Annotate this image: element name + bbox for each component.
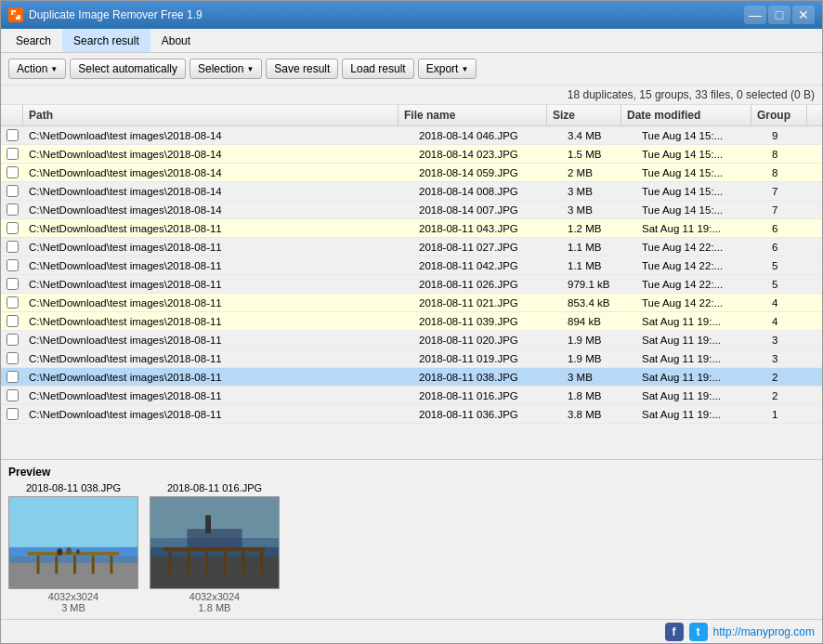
window-title: Duplicate Image Remover Free 1.9 (29, 8, 744, 21)
status-summary: 18 duplicates, 15 groups, 33 files, 0 se… (1, 85, 822, 105)
row-filename: 2018-08-11 019.JPG (413, 351, 562, 366)
row-size: 1.1 MB (562, 258, 636, 273)
row-checkbox[interactable] (7, 259, 19, 271)
svg-rect-8 (37, 556, 40, 574)
row-size: 1.9 MB (562, 333, 636, 348)
row-date: Sat Aug 11 19:... (636, 333, 766, 348)
preview-item: 2018-08-11 038.JPG 4032x30243 MB (8, 482, 138, 613)
table-row[interactable]: C:\NetDownload\test images\2018-08-14201… (1, 201, 822, 219)
preview-image (8, 496, 138, 589)
export-dropdown-arrow: ▼ (461, 65, 468, 73)
row-path: C:\NetDownload\test images\2018-08-11 (23, 407, 413, 422)
table-row[interactable]: C:\NetDownload\test images\2018-08-11201… (1, 387, 822, 405)
svg-rect-20 (164, 547, 265, 551)
row-checkbox[interactable] (7, 129, 19, 141)
row-checkbox[interactable] (7, 334, 19, 346)
website-link[interactable]: http://manyprog.com (713, 625, 815, 638)
table-row[interactable]: C:\NetDownload\test images\2018-08-11201… (1, 349, 822, 368)
row-checkbox-cell (1, 257, 23, 273)
table-row[interactable]: C:\NetDownload\test images\2018-08-14201… (1, 145, 822, 164)
preview-image (150, 496, 280, 589)
preview-item-size: 3 MB (61, 602, 85, 613)
row-path: C:\NetDownload\test images\2018-08-11 (23, 370, 413, 385)
row-checkbox[interactable] (7, 296, 19, 309)
action-button[interactable]: Action ▼ (8, 59, 66, 79)
row-checkbox[interactable] (7, 315, 19, 327)
menu-search[interactable]: Search (5, 29, 62, 52)
row-checkbox[interactable] (7, 408, 19, 420)
row-filename: 2018-08-14 059.JPG (413, 165, 562, 180)
row-path: C:\NetDownload\test images\2018-08-11 (23, 351, 413, 366)
preview-item-dims: 4032x3024 (48, 591, 98, 602)
table-row[interactable]: C:\NetDownload\test images\2018-08-11201… (1, 368, 822, 387)
row-date: Sat Aug 11 19:... (636, 221, 766, 236)
export-button[interactable]: Export ▼ (418, 59, 477, 79)
close-button[interactable]: ✕ (792, 6, 815, 24)
selection-button[interactable]: Selection ▼ (189, 59, 262, 79)
row-checkbox[interactable] (7, 204, 19, 216)
table-row[interactable]: C:\NetDownload\test images\2018-08-11201… (1, 219, 822, 238)
toolbar: Action ▼ Select automatically Selection … (1, 53, 822, 85)
svg-rect-9 (55, 556, 58, 574)
preview-label: Preview (8, 466, 815, 479)
row-filename: 2018-08-14 008.JPG (413, 184, 562, 199)
row-checkbox[interactable] (7, 278, 19, 290)
table-row[interactable]: C:\NetDownload\test images\2018-08-11201… (1, 331, 822, 349)
svg-rect-27 (187, 529, 242, 547)
row-filename: 2018-08-11 043.JPG (413, 221, 562, 236)
row-path: C:\NetDownload\test images\2018-08-11 (23, 277, 413, 292)
row-checkbox[interactable] (7, 222, 19, 234)
row-size: 2 MB (562, 165, 636, 180)
preview-item-dims: 4032x3024 (189, 591, 240, 602)
row-path: C:\NetDownload\test images\2018-08-11 (23, 240, 413, 255)
row-date: Tue Aug 14 22:... (636, 296, 766, 310)
twitter-icon[interactable]: t (689, 623, 708, 641)
row-group: 9 (766, 128, 822, 143)
table-row[interactable]: C:\NetDownload\test images\2018-08-14201… (1, 126, 822, 145)
row-checkbox[interactable] (7, 241, 19, 253)
row-checkbox[interactable] (7, 352, 19, 364)
row-date: Tue Aug 14 22:... (636, 240, 766, 255)
row-group: 2 (766, 388, 822, 403)
row-checkbox-cell (1, 276, 23, 292)
table-body[interactable]: C:\NetDownload\test images\2018-08-14201… (1, 126, 822, 459)
maximize-button[interactable]: □ (768, 6, 790, 24)
row-checkbox[interactable] (7, 389, 19, 401)
svg-rect-25 (242, 551, 245, 574)
table-row[interactable]: C:\NetDownload\test images\2018-08-11201… (1, 294, 822, 312)
table-row[interactable]: C:\NetDownload\test images\2018-08-11201… (1, 275, 822, 294)
row-checkbox[interactable] (7, 148, 19, 160)
select-automatically-button[interactable]: Select automatically (70, 59, 186, 79)
row-checkbox[interactable] (7, 371, 19, 383)
row-size: 894 kB (562, 314, 636, 329)
table-row[interactable]: C:\NetDownload\test images\2018-08-11201… (1, 256, 822, 275)
save-result-button[interactable]: Save result (266, 59, 338, 79)
facebook-icon[interactable]: f (665, 623, 684, 641)
menu-search-result[interactable]: Search result (62, 29, 150, 52)
row-filename: 2018-08-14 023.JPG (413, 147, 562, 162)
svg-rect-24 (224, 551, 227, 574)
row-checkbox-cell (1, 313, 23, 329)
table-row[interactable]: C:\NetDownload\test images\2018-08-11201… (1, 238, 822, 256)
table-row[interactable]: C:\NetDownload\test images\2018-08-14201… (1, 164, 822, 182)
row-date: Tue Aug 14 15:... (636, 147, 766, 162)
row-checkbox[interactable] (7, 166, 19, 178)
results-table-container: Path File name Size Date modified Group … (1, 105, 822, 459)
row-group: 8 (766, 165, 822, 180)
row-filename: 2018-08-11 039.JPG (413, 314, 562, 329)
minimize-button[interactable]: — (744, 6, 766, 24)
row-checkbox[interactable] (7, 185, 19, 197)
col-header-filename: File name (398, 105, 547, 125)
row-group: 4 (766, 314, 822, 329)
table-row[interactable]: C:\NetDownload\test images\2018-08-11201… (1, 405, 822, 424)
menu-about[interactable]: About (150, 29, 202, 52)
row-group: 1 (766, 407, 822, 422)
row-date: Sat Aug 11 19:... (636, 407, 766, 422)
row-filename: 2018-08-14 046.JPG (413, 128, 562, 143)
table-row[interactable]: C:\NetDownload\test images\2018-08-11201… (1, 312, 822, 331)
row-checkbox-cell (1, 332, 23, 348)
row-checkbox-cell (1, 202, 23, 217)
svg-point-14 (66, 547, 72, 555)
table-row[interactable]: C:\NetDownload\test images\2018-08-14201… (1, 182, 822, 201)
load-result-button[interactable]: Load result (342, 59, 413, 79)
